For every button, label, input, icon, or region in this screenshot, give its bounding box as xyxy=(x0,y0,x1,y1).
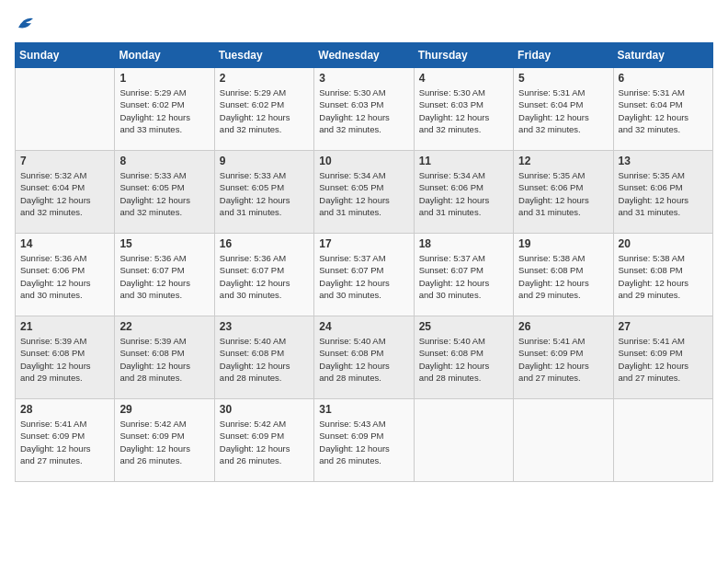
day-info: Sunrise: 5:42 AM Sunset: 6:09 PM Dayligh… xyxy=(119,418,209,466)
day-info: Sunrise: 5:31 AM Sunset: 6:04 PM Dayligh… xyxy=(518,86,608,135)
day-number: 24 xyxy=(319,320,408,333)
day-info: Sunrise: 5:31 AM Sunset: 6:04 PM Dayligh… xyxy=(619,86,708,135)
calendar-cell: 13Sunrise: 5:35 AM Sunset: 6:06 PM Dayli… xyxy=(613,151,712,234)
day-info: Sunrise: 5:39 AM Sunset: 6:08 PM Dayligh… xyxy=(20,335,109,384)
calendar-cell: 14Sunrise: 5:36 AM Sunset: 6:06 PM Dayli… xyxy=(16,234,115,316)
day-info: Sunrise: 5:41 AM Sunset: 6:09 PM Dayligh… xyxy=(619,335,708,384)
day-number: 6 xyxy=(619,72,708,85)
day-number: 11 xyxy=(419,155,508,167)
calendar-week-5: 28Sunrise: 5:41 AM Sunset: 6:09 PM Dayli… xyxy=(16,399,713,482)
day-number: 16 xyxy=(220,237,309,250)
day-number: 17 xyxy=(319,237,408,250)
day-info: Sunrise: 5:30 AM Sunset: 6:03 PM Dayligh… xyxy=(319,86,408,135)
calendar-cell: 8Sunrise: 5:33 AM Sunset: 6:05 PM Daylig… xyxy=(115,151,214,234)
calendar-cell: 17Sunrise: 5:37 AM Sunset: 6:07 PM Dayli… xyxy=(314,234,414,316)
day-info: Sunrise: 5:41 AM Sunset: 6:09 PM Dayligh… xyxy=(518,335,608,384)
day-info: Sunrise: 5:37 AM Sunset: 6:07 PM Dayligh… xyxy=(419,252,508,301)
day-info: Sunrise: 5:33 AM Sunset: 6:05 PM Dayligh… xyxy=(220,169,309,218)
day-number: 27 xyxy=(619,320,708,333)
day-number: 29 xyxy=(119,403,209,416)
calendar-cell xyxy=(514,399,613,482)
day-number: 9 xyxy=(220,155,309,167)
calendar-cell: 30Sunrise: 5:42 AM Sunset: 6:09 PM Dayli… xyxy=(214,399,313,482)
weekday-header-friday: Friday xyxy=(514,43,613,68)
calendar-cell: 19Sunrise: 5:38 AM Sunset: 6:08 PM Dayli… xyxy=(514,234,613,316)
weekday-header-monday: Monday xyxy=(115,43,214,68)
weekday-header-saturday: Saturday xyxy=(613,43,712,68)
calendar-header-row: SundayMondayTuesdayWednesdayThursdayFrid… xyxy=(16,43,713,68)
weekday-header-sunday: Sunday xyxy=(16,43,115,68)
calendar-cell: 3Sunrise: 5:30 AM Sunset: 6:03 PM Daylig… xyxy=(314,68,414,151)
calendar-cell: 12Sunrise: 5:35 AM Sunset: 6:06 PM Dayli… xyxy=(514,151,613,234)
calendar-body: 1Sunrise: 5:29 AM Sunset: 6:02 PM Daylig… xyxy=(16,68,713,482)
day-info: Sunrise: 5:30 AM Sunset: 6:03 PM Dayligh… xyxy=(419,86,508,135)
day-info: Sunrise: 5:43 AM Sunset: 6:09 PM Dayligh… xyxy=(319,418,408,466)
day-number: 28 xyxy=(20,403,109,416)
day-info: Sunrise: 5:35 AM Sunset: 6:06 PM Dayligh… xyxy=(518,169,608,218)
calendar-cell: 9Sunrise: 5:33 AM Sunset: 6:05 PM Daylig… xyxy=(214,151,313,234)
logo xyxy=(15,15,37,31)
day-info: Sunrise: 5:29 AM Sunset: 6:02 PM Dayligh… xyxy=(119,86,209,135)
calendar-cell: 11Sunrise: 5:34 AM Sunset: 6:06 PM Dayli… xyxy=(414,151,513,234)
day-number: 10 xyxy=(319,155,408,167)
day-info: Sunrise: 5:34 AM Sunset: 6:06 PM Dayligh… xyxy=(419,169,508,218)
logo-bird-icon xyxy=(17,15,37,31)
day-number: 26 xyxy=(518,320,608,333)
day-info: Sunrise: 5:37 AM Sunset: 6:07 PM Dayligh… xyxy=(319,252,408,301)
calendar-cell: 5Sunrise: 5:31 AM Sunset: 6:04 PM Daylig… xyxy=(514,68,613,151)
calendar-cell: 7Sunrise: 5:32 AM Sunset: 6:04 PM Daylig… xyxy=(16,151,115,234)
day-info: Sunrise: 5:33 AM Sunset: 6:05 PM Dayligh… xyxy=(119,169,209,218)
calendar-cell: 16Sunrise: 5:36 AM Sunset: 6:07 PM Dayli… xyxy=(214,234,313,316)
calendar-cell: 18Sunrise: 5:37 AM Sunset: 6:07 PM Dayli… xyxy=(414,234,513,316)
day-number: 12 xyxy=(518,155,608,167)
day-info: Sunrise: 5:38 AM Sunset: 6:08 PM Dayligh… xyxy=(619,252,708,301)
calendar-cell: 23Sunrise: 5:40 AM Sunset: 6:08 PM Dayli… xyxy=(214,316,313,399)
calendar-cell: 15Sunrise: 5:36 AM Sunset: 6:07 PM Dayli… xyxy=(115,234,214,316)
day-number: 2 xyxy=(220,72,309,85)
day-info: Sunrise: 5:40 AM Sunset: 6:08 PM Dayligh… xyxy=(220,335,309,384)
page-header xyxy=(15,15,713,31)
day-number: 1 xyxy=(119,72,209,85)
day-number: 23 xyxy=(220,320,309,333)
calendar-cell: 20Sunrise: 5:38 AM Sunset: 6:08 PM Dayli… xyxy=(613,234,712,316)
day-info: Sunrise: 5:36 AM Sunset: 6:07 PM Dayligh… xyxy=(119,252,209,301)
calendar-cell xyxy=(613,399,712,482)
day-info: Sunrise: 5:35 AM Sunset: 6:06 PM Dayligh… xyxy=(619,169,708,218)
day-number: 25 xyxy=(419,320,508,333)
calendar-cell: 1Sunrise: 5:29 AM Sunset: 6:02 PM Daylig… xyxy=(115,68,214,151)
day-info: Sunrise: 5:34 AM Sunset: 6:05 PM Dayligh… xyxy=(319,169,408,218)
calendar-cell: 27Sunrise: 5:41 AM Sunset: 6:09 PM Dayli… xyxy=(613,316,712,399)
day-info: Sunrise: 5:36 AM Sunset: 6:06 PM Dayligh… xyxy=(20,252,109,301)
weekday-header-thursday: Thursday xyxy=(414,43,513,68)
day-number: 22 xyxy=(119,320,209,333)
day-number: 20 xyxy=(619,237,708,250)
calendar-cell xyxy=(16,68,115,151)
day-info: Sunrise: 5:38 AM Sunset: 6:08 PM Dayligh… xyxy=(518,252,608,301)
calendar-cell: 26Sunrise: 5:41 AM Sunset: 6:09 PM Dayli… xyxy=(514,316,613,399)
calendar-cell: 2Sunrise: 5:29 AM Sunset: 6:02 PM Daylig… xyxy=(214,68,313,151)
calendar-week-3: 14Sunrise: 5:36 AM Sunset: 6:06 PM Dayli… xyxy=(16,234,713,316)
calendar-cell: 10Sunrise: 5:34 AM Sunset: 6:05 PM Dayli… xyxy=(314,151,414,234)
day-number: 5 xyxy=(518,72,608,85)
day-info: Sunrise: 5:36 AM Sunset: 6:07 PM Dayligh… xyxy=(220,252,309,301)
weekday-header-tuesday: Tuesday xyxy=(214,43,313,68)
calendar-week-2: 7Sunrise: 5:32 AM Sunset: 6:04 PM Daylig… xyxy=(16,151,713,234)
calendar-cell: 28Sunrise: 5:41 AM Sunset: 6:09 PM Dayli… xyxy=(16,399,115,482)
day-number: 21 xyxy=(20,320,109,333)
calendar-cell: 29Sunrise: 5:42 AM Sunset: 6:09 PM Dayli… xyxy=(115,399,214,482)
day-number: 8 xyxy=(119,155,209,167)
day-number: 4 xyxy=(419,72,508,85)
day-info: Sunrise: 5:41 AM Sunset: 6:09 PM Dayligh… xyxy=(20,418,109,466)
day-number: 13 xyxy=(619,155,708,167)
day-number: 19 xyxy=(518,237,608,250)
calendar-table: SundayMondayTuesdayWednesdayThursdayFrid… xyxy=(15,42,713,482)
day-info: Sunrise: 5:40 AM Sunset: 6:08 PM Dayligh… xyxy=(419,335,508,384)
calendar-cell: 31Sunrise: 5:43 AM Sunset: 6:09 PM Dayli… xyxy=(314,399,414,482)
day-number: 30 xyxy=(220,403,309,416)
weekday-header-wednesday: Wednesday xyxy=(314,43,414,68)
day-info: Sunrise: 5:42 AM Sunset: 6:09 PM Dayligh… xyxy=(220,418,309,466)
calendar-cell xyxy=(414,399,513,482)
calendar-week-1: 1Sunrise: 5:29 AM Sunset: 6:02 PM Daylig… xyxy=(16,68,713,151)
day-number: 14 xyxy=(20,237,109,250)
calendar-cell: 6Sunrise: 5:31 AM Sunset: 6:04 PM Daylig… xyxy=(613,68,712,151)
